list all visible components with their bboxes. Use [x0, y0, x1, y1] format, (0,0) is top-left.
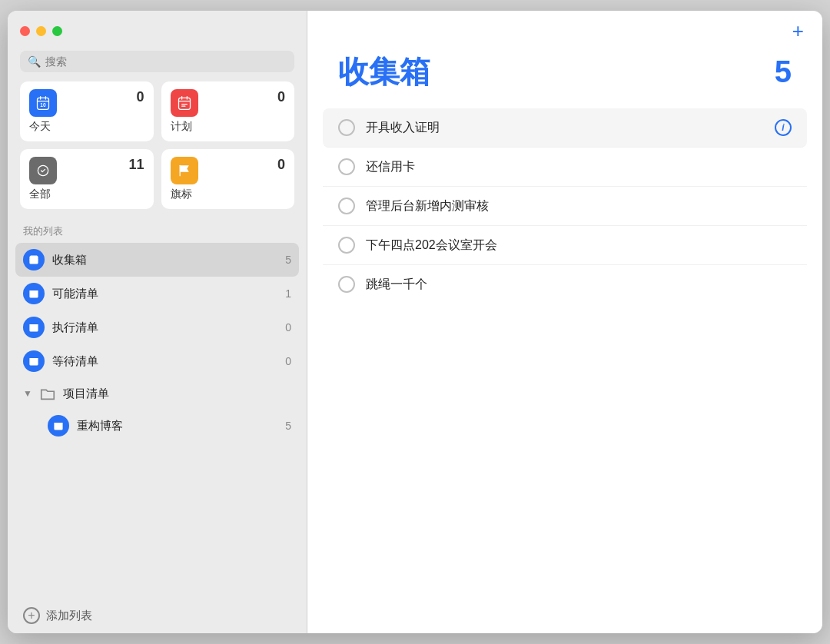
svg-text:10: 10	[40, 102, 46, 108]
flag-icon	[171, 157, 198, 184]
maybe-list-name: 可能清单	[52, 287, 277, 301]
search-input[interactable]	[45, 55, 287, 68]
task-circle-5[interactable]	[338, 276, 355, 293]
task-circle-4[interactable]	[338, 237, 355, 254]
task-item-3[interactable]: 管理后台新增内测审核	[323, 187, 807, 226]
today-icon: 10	[29, 89, 57, 117]
add-list-icon: +	[23, 607, 40, 624]
task-item-1[interactable]: 开具收入证明 i	[323, 108, 807, 148]
action-list-count: 0	[285, 321, 291, 334]
waiting-list-count: 0	[285, 355, 291, 367]
list-item-action[interactable]: 执行清单 0	[15, 310, 299, 344]
flag-count: 0	[277, 157, 285, 173]
plan-label: 计划	[171, 120, 286, 134]
main-title: 收集箱	[338, 51, 430, 93]
task-name-3: 管理后台新增内测审核	[366, 198, 792, 214]
sidebar: 🔍 10 0 今天	[8, 11, 307, 633]
task-name-1: 开具收入证明	[366, 120, 764, 136]
fullscreen-button[interactable]	[52, 26, 62, 36]
project-chevron-icon: ▼	[23, 388, 32, 399]
list-item-inbox[interactable]: 收集箱 5	[15, 243, 299, 277]
waiting-list-name: 等待清单	[52, 354, 277, 369]
task-circle-1[interactable]	[338, 119, 355, 136]
main-content: + 收集箱 5 开具收入证明 i 还信用卡 管理后台新增内测审核	[307, 11, 822, 633]
task-circle-3[interactable]	[338, 198, 355, 214]
app-window: 🔍 10 0 今天	[8, 11, 822, 633]
titlebar	[8, 11, 307, 51]
all-count: 11	[128, 157, 144, 173]
plan-icon	[171, 89, 198, 117]
rebuild-list-count: 5	[285, 420, 291, 432]
smart-list-flag[interactable]: 0 旗标	[161, 149, 295, 209]
add-list-button[interactable]: + 添加列表	[8, 598, 307, 633]
project-folder-icon	[37, 383, 58, 404]
tasks-list: 开具收入证明 i 还信用卡 管理后台新增内测审核 下午四点202会议室开会 跳绳	[307, 108, 822, 304]
waiting-list-icon	[23, 350, 45, 372]
action-list-name: 执行清单	[52, 320, 277, 335]
task-name-4: 下午四点202会议室开会	[366, 237, 792, 254]
minimize-button[interactable]	[36, 26, 46, 36]
list-item-waiting[interactable]: 等待清单 0	[15, 344, 299, 378]
task-info-icon-1[interactable]: i	[775, 119, 792, 136]
smart-list-all[interactable]: 11 全部	[20, 149, 154, 209]
close-button[interactable]	[20, 26, 30, 36]
inbox-list-count: 5	[285, 254, 291, 266]
main-title-row: 收集箱 5	[307, 51, 822, 108]
today-count: 0	[136, 89, 144, 105]
action-list-icon	[23, 317, 45, 338]
search-icon: 🔍	[28, 55, 41, 68]
task-name-5: 跳绳一千个	[366, 277, 792, 293]
inbox-list-name: 收集箱	[52, 253, 277, 267]
smart-lists-grid: 10 0 今天	[8, 81, 307, 221]
rebuild-list-icon	[48, 415, 69, 437]
all-icon	[29, 157, 57, 184]
task-item-4[interactable]: 下午四点202会议室开会	[323, 226, 807, 265]
task-circle-2[interactable]	[338, 158, 355, 175]
project-section-header[interactable]: ▼ 项目清单	[15, 378, 299, 409]
list-item-rebuild[interactable]: 重构博客 5	[15, 409, 299, 443]
svg-rect-2	[178, 98, 190, 109]
today-label: 今天	[29, 120, 144, 134]
list-item-maybe[interactable]: 可能清单 1	[15, 277, 299, 310]
my-lists-label: 我的列表	[8, 221, 307, 243]
task-name-2: 还信用卡	[366, 159, 792, 175]
maybe-list-count: 1	[285, 287, 291, 300]
inbox-list-icon	[23, 249, 45, 271]
rebuild-list-name: 重构博客	[77, 419, 277, 433]
project-section-name: 项目清单	[63, 387, 109, 401]
maybe-list-icon	[23, 283, 45, 304]
task-item-5[interactable]: 跳绳一千个	[323, 265, 807, 304]
add-list-label: 添加列表	[46, 609, 92, 623]
main-count: 5	[775, 55, 792, 89]
main-header: +	[307, 11, 822, 51]
add-task-button[interactable]: +	[792, 21, 804, 41]
smart-list-plan[interactable]: 0 计划	[161, 81, 295, 141]
flag-label: 旗标	[171, 188, 286, 201]
my-lists: 收集箱 5 可能清单 1 执行清单 0	[8, 243, 307, 598]
plan-count: 0	[277, 89, 285, 105]
smart-list-today[interactable]: 10 0 今天	[20, 81, 154, 141]
task-item-2[interactable]: 还信用卡	[323, 148, 807, 187]
search-bar[interactable]: 🔍	[20, 51, 294, 72]
all-label: 全部	[29, 188, 144, 201]
